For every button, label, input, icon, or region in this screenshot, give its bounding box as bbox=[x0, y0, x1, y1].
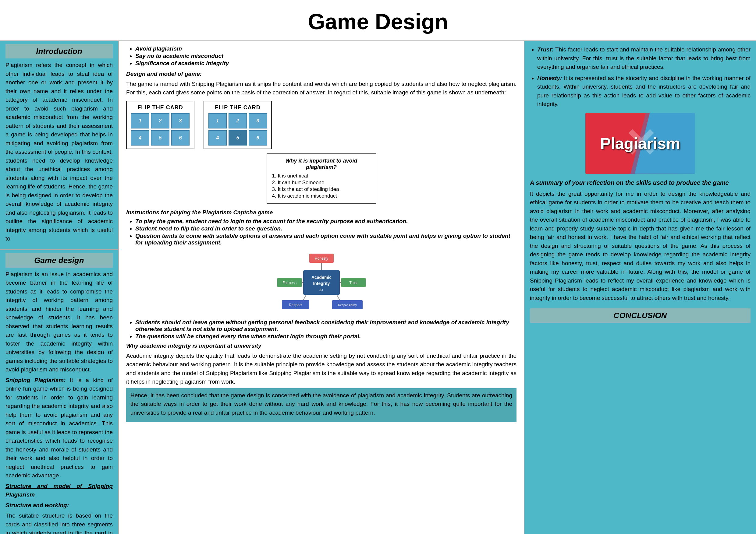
card-1-5: 5 bbox=[151, 130, 170, 145]
svg-text:Respect: Respect bbox=[288, 303, 302, 307]
instructions-list: To play the game, student need to login … bbox=[126, 218, 517, 246]
game-design-text: Plagiarism is an issue in academics and … bbox=[6, 270, 113, 374]
bullet-3: Significance of academic integrity bbox=[135, 60, 517, 67]
reflection-body: It depicts the great opportunity for me … bbox=[530, 190, 750, 303]
card-1-4: 4 bbox=[131, 130, 149, 145]
flip-title-2: FLIP THE CARD bbox=[208, 104, 267, 111]
game-design-body: Plagiarism is an issue in academics and … bbox=[6, 270, 113, 534]
right-bullets: Trust: This factor leads to start and ma… bbox=[530, 45, 750, 109]
instruction-1: To play the game, student need to login … bbox=[135, 218, 517, 225]
why-label: Why academic integrity is important at u… bbox=[126, 343, 261, 349]
instruction-4: Students should not leave game without g… bbox=[135, 319, 517, 332]
svg-line-18 bbox=[337, 295, 340, 300]
trust-body: This factor leads to start and maintain … bbox=[537, 46, 750, 70]
bullet-2: Say no to academic misconduct bbox=[135, 53, 517, 59]
intro-header: Introduction bbox=[6, 44, 113, 59]
flip-title-1: FLIP THE CARD bbox=[131, 104, 190, 111]
snipping-text: It is a kind of online fun game which is… bbox=[6, 377, 113, 479]
snipping-title: Snipping Plagiarism: It is a kind of onl… bbox=[6, 376, 113, 480]
structure-working-label: Structure and working: bbox=[6, 502, 69, 508]
svg-text:Academic: Academic bbox=[311, 275, 331, 280]
card-2-5: 5 bbox=[229, 130, 247, 145]
svg-text:Integrity: Integrity bbox=[313, 281, 330, 286]
trust-term: Trust: bbox=[537, 46, 554, 53]
bullet-list: Avoid plagiarism Say no to academic misc… bbox=[126, 45, 517, 67]
card-1-3: 3 bbox=[171, 113, 190, 128]
card-game-row: FLIP THE CARD 1 2 3 4 5 6 FLIP THE CARD … bbox=[126, 101, 517, 149]
ai-diagram: Academic Integrity A+ Honesty Fairness T… bbox=[276, 249, 367, 316]
middle-column: Avoid plagiarism Say no to academic misc… bbox=[119, 41, 525, 534]
card-2-2: 2 bbox=[229, 113, 247, 128]
card-game-box-1: FLIP THE CARD 1 2 3 4 5 6 bbox=[126, 101, 194, 149]
conclusion-overlay: Hence, it has been concluded that the ga… bbox=[126, 388, 517, 422]
design-model-title: Design and model of game: bbox=[126, 70, 517, 79]
structure-body-text: The suitable structure is based on the c… bbox=[6, 512, 113, 534]
snipping-label: Snipping Plagiarism: bbox=[6, 377, 66, 383]
instruction-2: Student need to flip the card in order t… bbox=[135, 225, 517, 232]
card-2-1: 1 bbox=[208, 113, 227, 128]
bullet-1: Avoid plagiarism bbox=[135, 45, 517, 52]
conclusion-text: Hence, it has been concluded that the ga… bbox=[130, 391, 512, 418]
card-2-4: 4 bbox=[208, 130, 227, 145]
honesty-body: It is represented as the sincerity and d… bbox=[537, 75, 750, 108]
svg-text:Honesty: Honesty bbox=[314, 256, 328, 261]
right-column: Trust: This factor leads to start and ma… bbox=[525, 41, 756, 534]
card-1-2: 2 bbox=[151, 113, 170, 128]
structure-working-title: Structure and working: bbox=[6, 501, 113, 510]
svg-text:A+: A+ bbox=[319, 288, 324, 292]
svg-line-15 bbox=[303, 295, 306, 300]
instructions-title: Instructions for playing the Plagiarism … bbox=[126, 208, 517, 217]
why-title: Why academic integrity is important at u… bbox=[126, 342, 517, 350]
ai-diagram-svg: Academic Integrity A+ Honesty Fairness T… bbox=[276, 249, 367, 316]
card-2-6: 6 bbox=[249, 130, 267, 145]
svg-text:Trust: Trust bbox=[349, 281, 358, 285]
answer-4: 4. It is academic misconduct bbox=[272, 193, 371, 199]
more-instructions: Students should not leave game without g… bbox=[126, 319, 517, 340]
structure-title: Structure and model of Snipping Plagiari… bbox=[6, 482, 113, 499]
game-design-header: Game design bbox=[6, 253, 113, 267]
intro-text: Plagiarism refers the concept in which o… bbox=[6, 61, 113, 243]
honesty-term: Honesty: bbox=[537, 75, 562, 81]
card-grid-1: 1 2 3 4 5 6 bbox=[131, 113, 190, 145]
bullet-section: Avoid plagiarism Say no to academic misc… bbox=[126, 45, 517, 67]
answer-list: 1. It is unethical 2. It can hurt Someon… bbox=[272, 173, 371, 199]
page-title: Game Design bbox=[6, 9, 750, 34]
answer-title: Why it is important to avoid plagiarism? bbox=[272, 158, 371, 170]
structure-label: Structure and model of Snipping Plagiari… bbox=[6, 483, 113, 498]
answer-2: 2. It can hurt Someone bbox=[272, 180, 371, 186]
card-1-6: 6 bbox=[171, 130, 190, 145]
svg-text:Responsibility: Responsibility bbox=[338, 304, 357, 307]
card-grid-2: 1 2 3 4 5 6 bbox=[208, 113, 267, 145]
why-body: Academic integrity depicts the quality t… bbox=[126, 352, 517, 386]
instructions-label: Instructions for playing the Plagiarism … bbox=[126, 209, 273, 216]
answer-box: Why it is important to avoid plagiarism?… bbox=[267, 153, 376, 204]
reflection-title: A summary of your reflection on the skil… bbox=[530, 178, 750, 187]
trust-item: Trust: This factor leads to start and ma… bbox=[537, 45, 750, 71]
page-header: Game Design bbox=[0, 0, 756, 41]
content-area: Introduction Plagiarism refers the conce… bbox=[0, 41, 756, 534]
plagiarism-label: Plagiarism bbox=[600, 134, 680, 153]
intro-section: Introduction Plagiarism refers the conce… bbox=[0, 41, 118, 249]
svg-text:Fairness: Fairness bbox=[282, 281, 296, 285]
instruction-3: Question tends to come with suitable opt… bbox=[135, 233, 517, 246]
instruction-5: The questions will be changed every time… bbox=[135, 333, 517, 340]
conclusion-header: CONCLUSION bbox=[530, 308, 750, 323]
answer-1: 1. It is unethical bbox=[272, 173, 371, 179]
game-design-section: Game design Plagiarism is an issue in ac… bbox=[0, 250, 118, 534]
intro-body: Plagiarism refers the concept in which o… bbox=[6, 61, 113, 243]
answer-3: 3. It is the act of stealing idea bbox=[272, 186, 371, 192]
plagiarism-image: Plagiarism ✕ bbox=[585, 113, 695, 174]
card-2-3: 3 bbox=[249, 113, 267, 128]
honesty-item: Honesty: It is represented as the sincer… bbox=[537, 74, 750, 109]
left-column: Introduction Plagiarism refers the conce… bbox=[0, 41, 119, 534]
card-1-1: 1 bbox=[131, 113, 149, 128]
card-game-box-2: FLIP THE CARD 1 2 3 4 5 6 bbox=[203, 101, 272, 149]
page: Game Design Introduction Plagiarism refe… bbox=[0, 0, 756, 534]
design-model-body: The game is named with Snipping Plagiari… bbox=[126, 80, 517, 97]
